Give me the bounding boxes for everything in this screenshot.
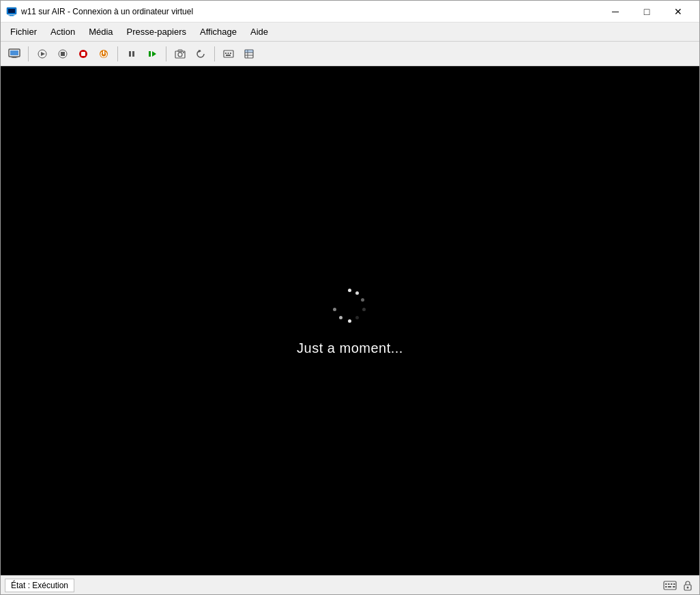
menu-aide[interactable]: Aide (244, 24, 275, 40)
svg-rect-26 (228, 53, 229, 54)
svg-marker-9 (41, 52, 45, 56)
svg-rect-11 (61, 52, 65, 56)
window-title: w11 sur AIR - Connexion à un ordinateur … (21, 7, 600, 16)
toolbar-monitor[interactable] (5, 44, 24, 63)
lock-icon (680, 578, 695, 593)
toolbar-resume[interactable] (143, 44, 162, 63)
svg-rect-16 (132, 51, 134, 57)
toolbar-sep-1 (28, 46, 29, 61)
window-icon (6, 6, 17, 17)
menu-bar: Fichier Action Média Presse-papiers Affi… (1, 23, 699, 42)
svg-point-43 (687, 586, 689, 588)
toolbar-sep-2 (117, 46, 118, 61)
window-controls: ─ □ ✕ (600, 1, 694, 23)
title-bar: w11 sur AIR - Connexion à un ordinateur … (1, 1, 699, 23)
status-icons (662, 578, 695, 593)
toolbar-stop[interactable] (53, 44, 72, 63)
toolbar-start[interactable] (33, 44, 52, 63)
menu-fichier[interactable]: Fichier (3, 24, 44, 40)
menu-media[interactable]: Média (82, 24, 119, 40)
svg-rect-33 (245, 50, 253, 53)
svg-rect-5 (10, 50, 18, 55)
close-button[interactable]: ✕ (662, 1, 694, 23)
keyboard-icon (662, 578, 677, 593)
svg-rect-38 (673, 583, 675, 585)
menu-affichage[interactable]: Affichage (193, 24, 244, 40)
svg-rect-28 (226, 55, 231, 56)
svg-rect-40 (668, 586, 671, 587)
vm-viewport[interactable]: Just a moment... (1, 66, 699, 575)
menu-action[interactable]: Action (44, 24, 82, 40)
svg-rect-34 (664, 581, 676, 590)
svg-point-22 (183, 52, 184, 53)
toolbar-pause[interactable] (122, 44, 141, 63)
toolbar (1, 42, 699, 66)
svg-rect-13 (81, 52, 85, 56)
toolbar-sep-4 (214, 46, 215, 61)
loading-message: Just a moment... (297, 340, 403, 356)
svg-rect-3 (8, 15, 15, 16)
svg-rect-17 (149, 51, 151, 57)
minimize-button[interactable]: ─ (600, 1, 631, 23)
toolbar-power[interactable] (94, 44, 113, 63)
svg-point-20 (178, 53, 182, 57)
main-window: w11 sur AIR - Connexion à un ordinateur … (0, 0, 700, 595)
svg-rect-39 (665, 586, 667, 587)
svg-rect-36 (668, 583, 670, 585)
toolbar-enhanced[interactable] (219, 44, 238, 63)
svg-rect-41 (673, 586, 675, 587)
toolbar-reset[interactable] (74, 44, 93, 63)
toolbar-snapshot[interactable] (171, 44, 190, 63)
state-indicator: État : Exécution (5, 579, 74, 592)
svg-rect-25 (225, 53, 227, 54)
svg-rect-27 (230, 53, 231, 54)
svg-rect-7 (11, 57, 18, 58)
svg-rect-37 (671, 583, 673, 585)
spinner (330, 286, 370, 327)
svg-rect-1 (8, 9, 15, 13)
loading-overlay: Just a moment... (297, 286, 403, 356)
svg-rect-35 (665, 583, 667, 585)
toolbar-settings[interactable] (239, 44, 259, 63)
svg-rect-15 (129, 51, 131, 57)
maximize-button[interactable]: □ (631, 1, 662, 23)
menu-presse-papiers[interactable]: Presse-papiers (120, 24, 193, 40)
svg-marker-18 (152, 51, 156, 57)
toolbar-sep-3 (166, 46, 166, 61)
toolbar-revert[interactable] (191, 44, 210, 63)
status-bar: État : Exécution (1, 575, 699, 594)
